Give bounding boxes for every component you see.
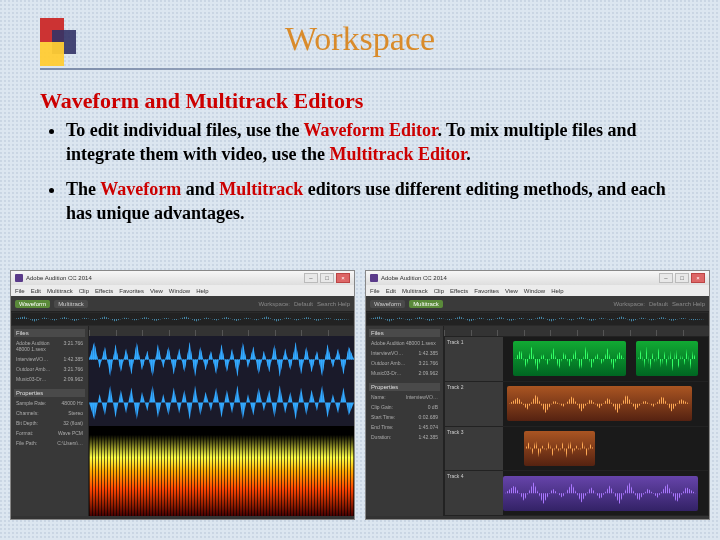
prop-row: Name:InterviewVO…: [369, 393, 440, 401]
track-row: Track 1: [445, 337, 708, 381]
menu-multitrack[interactable]: Multitrack: [402, 288, 428, 294]
status-bar: 0:00.000 48000 Hz • 32-bit (float) • Ste…: [11, 516, 354, 520]
window-title: Adobe Audition CC 2014: [26, 275, 92, 281]
workspace-selector[interactable]: Default: [649, 301, 668, 307]
audio-clip[interactable]: [513, 341, 626, 376]
track-lane[interactable]: [503, 427, 708, 471]
audio-clip[interactable]: [507, 386, 692, 421]
menu-effects[interactable]: Effects: [450, 288, 468, 294]
tab-waveform[interactable]: Waveform: [15, 300, 50, 308]
status-bar: 0:00.000 48000 Hz • 32-bit Mixing 34.02 …: [366, 516, 709, 520]
bullet-text: and: [181, 179, 219, 199]
menu-edit[interactable]: Edit: [31, 288, 41, 294]
file-row[interactable]: InterviewVO…1:42.385: [14, 355, 85, 363]
workspace-selector[interactable]: Default: [294, 301, 313, 307]
workspace-label: Workspace:: [258, 301, 290, 307]
mode-toolbar: Waveform Multitrack Workspace: Default S…: [366, 296, 709, 312]
track-lane[interactable]: [503, 382, 708, 426]
menu-window[interactable]: Window: [169, 288, 190, 294]
window-titlebar: Adobe Audition CC 2014 – □ ×: [11, 271, 354, 285]
track-row: Track 4: [445, 471, 708, 515]
track-lane[interactable]: [503, 337, 708, 381]
bullet-highlight: Multitrack Editor: [329, 144, 466, 164]
spectrogram-display[interactable]: [89, 426, 354, 516]
prop-row: Bit Depth:32 (float): [14, 419, 85, 427]
prop-row: Duration:1:42.385: [369, 433, 440, 441]
prop-row: Format:Wave PCM: [14, 429, 85, 437]
prop-row: Clip Gain:0 dB: [369, 403, 440, 411]
search-help[interactable]: Search Help: [317, 301, 350, 307]
menu-effects[interactable]: Effects: [95, 288, 113, 294]
time-ruler[interactable]: [89, 326, 354, 336]
menu-view[interactable]: View: [150, 288, 163, 294]
tab-multitrack[interactable]: Multitrack: [54, 300, 88, 308]
maximize-button[interactable]: □: [320, 273, 334, 283]
files-panel-header[interactable]: Files: [14, 329, 85, 337]
bullet-text: .: [466, 144, 471, 164]
file-row[interactable]: Adobe Audition 48000 1.sesx: [369, 339, 440, 347]
bullet-highlight: Waveform Editor: [304, 120, 438, 140]
audio-clip[interactable]: [636, 341, 698, 376]
tracks-area: Track 1 Track 2 Track 3: [444, 336, 709, 516]
menu-favorites[interactable]: Favorites: [119, 288, 144, 294]
prop-row: File Path:C:\Users\…: [14, 439, 85, 447]
menu-file[interactable]: File: [370, 288, 380, 294]
app-icon: [15, 274, 23, 282]
track-header[interactable]: Track 4: [445, 471, 503, 515]
close-button[interactable]: ×: [336, 273, 350, 283]
file-row[interactable]: Outdoor Amb…3:21.766: [369, 359, 440, 367]
close-button[interactable]: ×: [691, 273, 705, 283]
menu-help[interactable]: Help: [196, 288, 208, 294]
file-row[interactable]: Music03-Dr…2:09.962: [369, 369, 440, 377]
track-lane[interactable]: [503, 471, 708, 515]
bullet-text: To edit individual files, use the: [66, 120, 304, 140]
maximize-button[interactable]: □: [675, 273, 689, 283]
track-header[interactable]: Track 2: [445, 382, 503, 426]
minimize-button[interactable]: –: [304, 273, 318, 283]
menu-clip[interactable]: Clip: [79, 288, 89, 294]
file-row[interactable]: InterviewVO…1:42.385: [369, 349, 440, 357]
minimize-button[interactable]: –: [659, 273, 673, 283]
multitrack-editor-screenshot: Adobe Audition CC 2014 – □ × File Edit M…: [365, 270, 710, 520]
files-panel-header[interactable]: Files: [369, 329, 440, 337]
menu-clip[interactable]: Clip: [434, 288, 444, 294]
tab-waveform[interactable]: Waveform: [370, 300, 405, 308]
search-help[interactable]: Search Help: [672, 301, 705, 307]
prop-row: Start Time:0:02.689: [369, 413, 440, 421]
file-row[interactable]: Adobe Audition 48000 1.sesx3:21.766: [14, 339, 85, 353]
menu-bar: File Edit Multitrack Clip Effects Favori…: [11, 285, 354, 296]
overview-waveform[interactable]: [12, 313, 353, 325]
file-row[interactable]: Outdoor Amb…3:21.766: [14, 365, 85, 373]
audio-clip[interactable]: [503, 476, 698, 511]
editor-main: [89, 326, 354, 516]
window-titlebar: Adobe Audition CC 2014 – □ ×: [366, 271, 709, 285]
waveform-display[interactable]: [89, 336, 354, 426]
properties-panel-header[interactable]: Properties: [369, 383, 440, 391]
properties-panel-header[interactable]: Properties: [14, 389, 85, 397]
track-row: Track 2: [445, 382, 708, 426]
audio-clip[interactable]: [524, 431, 596, 466]
menu-file[interactable]: File: [15, 288, 25, 294]
menu-help[interactable]: Help: [551, 288, 563, 294]
menu-multitrack[interactable]: Multitrack: [47, 288, 73, 294]
bullet-1: To edit individual files, use the Wavefo…: [66, 118, 666, 167]
menu-favorites[interactable]: Favorites: [474, 288, 499, 294]
title-divider: [40, 68, 680, 70]
menu-edit[interactable]: Edit: [386, 288, 396, 294]
menu-view[interactable]: View: [505, 288, 518, 294]
overview-session[interactable]: [367, 313, 708, 325]
side-panels: Files Adobe Audition 48000 1.sesx3:21.76…: [11, 326, 89, 516]
prop-row: Channels:Stereo: [14, 409, 85, 417]
track-header[interactable]: Track 3: [445, 427, 503, 471]
menu-bar: File Edit Multitrack Clip Effects Favori…: [366, 285, 709, 296]
bullet-2: The Waveform and Multitrack editors use …: [66, 177, 666, 226]
track-header[interactable]: Track 1: [445, 337, 503, 381]
waveform-editor-screenshot: Adobe Audition CC 2014 – □ × File Edit M…: [10, 270, 355, 520]
bullet-highlight: Multitrack: [219, 179, 303, 199]
prop-row: End Time:1:45.074: [369, 423, 440, 431]
file-row[interactable]: Music03-Dr…2:09.962: [14, 375, 85, 383]
slide-title: Workspace: [0, 20, 720, 58]
time-ruler[interactable]: [444, 326, 709, 336]
tab-multitrack[interactable]: Multitrack: [409, 300, 443, 308]
menu-window[interactable]: Window: [524, 288, 545, 294]
